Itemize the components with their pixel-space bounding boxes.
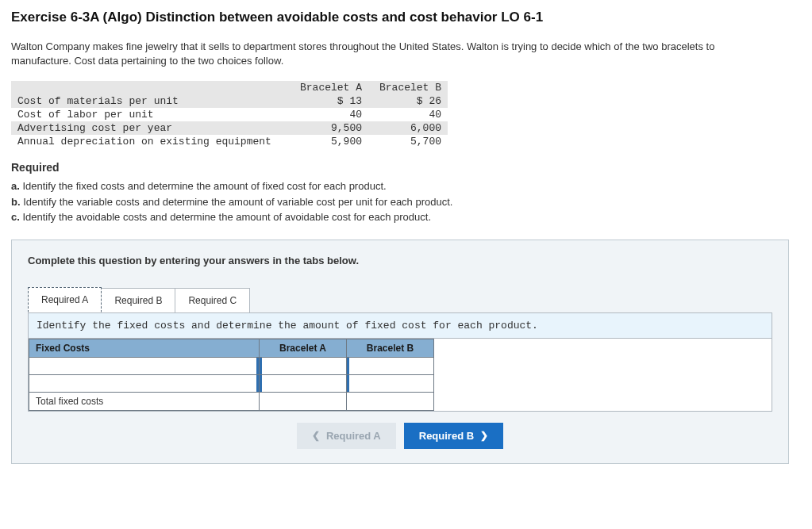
req-c-text: Identify the avoidable costs and determi…	[20, 211, 431, 223]
answer-instructions: Complete this question by entering your …	[28, 255, 777, 266]
required-item-b: b. Identify the variable costs and deter…	[11, 194, 801, 210]
cost-data-table: Bracelet A Bracelet B Cost of materials …	[11, 81, 448, 148]
row-val-a: 5,900	[289, 135, 368, 148]
required-list: a. Identify the fixed costs and determin…	[11, 178, 801, 225]
th-bracelet-a: Bracelet A	[260, 339, 347, 357]
next-required-b-button[interactable]: Required B ❯	[404, 423, 503, 449]
exercise-intro: Walton Company makes fine jewelry that i…	[11, 40, 773, 68]
prev-label: Required A	[326, 430, 381, 442]
required-heading: Required	[11, 161, 801, 174]
chevron-left-icon: ❮	[312, 430, 320, 441]
tab-bar: Required A Required B Required C	[28, 287, 777, 312]
total-fixed-costs-label: Total fixed costs	[29, 392, 260, 410]
chevron-right-icon: ❯	[480, 430, 488, 441]
th-fixed-costs: Fixed Costs	[29, 339, 260, 357]
row-label: Advertising cost per year	[11, 121, 289, 135]
th-bracelet-b: Bracelet B	[347, 339, 434, 357]
row-label: Annual depreciation on existing equipmen…	[11, 135, 289, 148]
bracelet-a-total[interactable]	[260, 392, 347, 410]
fixed-costs-entry-table: Fixed Costs Bracelet A Bracelet B Total …	[29, 339, 434, 411]
prev-required-a-button: ❮ Required A	[297, 423, 396, 449]
fixed-cost-select-2[interactable]	[29, 374, 260, 392]
row-val-b: 5,700	[368, 135, 448, 148]
next-label: Required B	[419, 430, 474, 442]
tab-required-b[interactable]: Required B	[101, 288, 175, 312]
row-val-a: 40	[289, 108, 368, 121]
req-a-label: a.	[11, 180, 20, 192]
required-item-a: a. Identify the fixed costs and determin…	[11, 178, 801, 194]
tab-a-instructions: Identify the fixed costs and determine t…	[29, 313, 772, 339]
row-label: Cost of materials per unit	[11, 94, 289, 108]
answer-area: Complete this question by entering your …	[11, 240, 789, 464]
bracelet-a-input-2[interactable]	[260, 374, 347, 392]
row-val-a: $ 13	[289, 94, 368, 108]
tab-panel-required-a: Identify the fixed costs and determine t…	[28, 312, 772, 412]
row-val-b: 6,000	[368, 121, 448, 135]
req-b-label: b.	[11, 196, 21, 208]
bracelet-b-input-2[interactable]	[347, 374, 434, 392]
tab-nav-row: ❮ Required A Required B ❯	[23, 423, 777, 449]
row-val-b: 40	[368, 108, 448, 121]
empty-header	[11, 81, 289, 94]
req-c-label: c.	[11, 211, 20, 223]
col-header-b: Bracelet B	[368, 81, 448, 94]
bracelet-a-input-1[interactable]	[260, 357, 347, 374]
table-row: Cost of labor per unit 40 40	[11, 108, 448, 121]
table-row: Annual depreciation on existing equipmen…	[11, 135, 448, 148]
tab-required-c[interactable]: Required C	[175, 288, 250, 312]
bracelet-b-total[interactable]	[347, 392, 434, 410]
req-b-text: Identify the variable costs and determin…	[21, 196, 453, 208]
exercise-title: Exercise 6-3A (Algo) Distinction between…	[11, 10, 801, 25]
req-a-text: Identify the fixed costs and determine t…	[20, 180, 387, 192]
col-header-a: Bracelet A	[289, 81, 368, 94]
row-val-a: 9,500	[289, 121, 368, 135]
row-val-b: $ 26	[368, 94, 448, 108]
table-row: Cost of materials per unit $ 13 $ 26	[11, 94, 448, 108]
bracelet-b-input-1[interactable]	[347, 357, 434, 374]
table-row: Advertising cost per year 9,500 6,000	[11, 121, 448, 135]
tab-required-a[interactable]: Required A	[28, 287, 102, 312]
row-label: Cost of labor per unit	[11, 108, 289, 121]
required-item-c: c. Identify the avoidable costs and dete…	[11, 209, 801, 225]
fixed-cost-select-1[interactable]	[29, 357, 260, 374]
